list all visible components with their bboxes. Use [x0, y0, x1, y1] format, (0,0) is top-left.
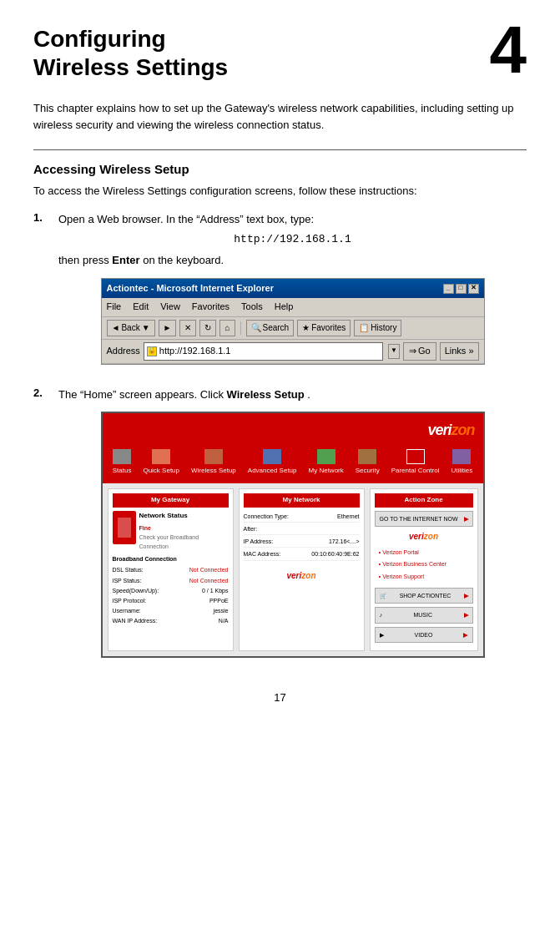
home-button[interactable]: ⌂ — [219, 320, 235, 336]
close-button[interactable]: ✕ — [468, 284, 479, 294]
video-button[interactable]: ▶ VIDEO ▶ — [375, 627, 473, 643]
isp-status-row: ISP Status: Not Connected — [113, 576, 229, 585]
stop-button[interactable]: ✕ — [179, 320, 196, 336]
shop-arrow-icon: ▶ — [464, 591, 468, 600]
step-1-url: http://192.168.1.1 — [58, 231, 527, 249]
mac-address-row: MAC Address: 00:10:60:40:9E:62 — [244, 548, 360, 560]
network-panel-inner: Connection Type: Ethernet After: IP Addr… — [244, 511, 360, 561]
username-value: jessie — [214, 606, 229, 615]
menu-help[interactable]: Help — [275, 300, 294, 315]
chapter-number: 4 — [490, 17, 527, 83]
shop-icon: 🛒 — [380, 591, 387, 600]
links-label: Links » — [445, 346, 474, 356]
chapter-title: Configuring Wireless Settings — [33, 25, 228, 81]
menu-favorites[interactable]: Favorites — [192, 300, 230, 315]
step-2-bold: Wireless Setup — [227, 388, 305, 401]
nav-quick-setup-icon — [152, 449, 170, 464]
music-button-label: MUSIC — [413, 610, 432, 619]
step-1-content: Open a Web browser. In the “Address” tex… — [58, 211, 527, 373]
internet-button[interactable]: GO TO THE INTERNET NOW ▶ — [375, 511, 473, 527]
browser-toolbar: ◄ Back ▼ ► ✕ ↻ ⌂ 🔍 S — [102, 317, 484, 340]
speed-label: Speed(Down/Up): — [113, 586, 159, 595]
chapter-intro: This chapter explains how to set up the … — [33, 100, 527, 133]
my-gateway-panel: My Gateway Network Status Fine Check you… — [108, 488, 234, 651]
ip-address-label: IP Address: — [244, 537, 274, 546]
nav-my-network[interactable]: My Network — [305, 447, 348, 478]
isp-protocol-value: PPPoE — [209, 596, 229, 605]
refresh-icon: ↻ — [204, 321, 211, 335]
nav-status[interactable]: Status — [108, 447, 136, 478]
menu-view[interactable]: View — [160, 300, 180, 315]
step-2-text-before: The “Home” screen appears. Click — [58, 388, 224, 401]
music-arrow-icon: ▶ — [464, 610, 468, 619]
nav-utilities[interactable]: Utilities — [446, 447, 477, 478]
search-label: Search — [263, 321, 290, 335]
nav-utilities-icon — [452, 449, 471, 464]
forward-button[interactable]: ► — [159, 320, 177, 336]
search-button[interactable]: 🔍 Search — [246, 320, 295, 336]
menu-tools[interactable]: Tools — [241, 300, 263, 315]
shop-button[interactable]: 🛒 SHOP ACTIONTEC ▶ — [375, 588, 473, 604]
page-number: 17 — [33, 691, 527, 704]
menu-edit[interactable]: Edit — [133, 300, 149, 315]
music-button[interactable]: ♪ MUSIC ▶ — [375, 607, 473, 623]
toolbar-separator-1 — [240, 321, 241, 335]
nav-advanced-setup[interactable]: Advanced Setup — [244, 447, 301, 478]
step-2-content: The “Home” screen appears. Click Wireles… — [58, 387, 527, 666]
gateway-topbar: verizon — [103, 413, 483, 447]
step-1-text-after: then press — [58, 254, 109, 266]
vz-business-link[interactable]: • Verizon Business Center — [379, 558, 473, 570]
back-dropdown-icon: ▼ — [142, 321, 150, 335]
speed-row: Speed(Down/Up): 0 / 1 Kbps — [113, 586, 229, 595]
nav-quick-setup[interactable]: Quick Setup — [139, 447, 184, 478]
broadband-section-title: Broadband Connection — [113, 554, 229, 563]
step-2-text-after: . — [307, 388, 310, 401]
connection-type-value: Ethernet — [337, 512, 359, 521]
back-button[interactable]: ◄ Back ▼ — [107, 320, 155, 336]
vz-portal-link[interactable]: • Verizon Portal — [379, 547, 473, 558]
internet-arrow-icon: ▶ — [464, 514, 468, 523]
gateway-screenshot: verizon Status Quick Setup Wireless Setu… — [101, 412, 485, 657]
go-button[interactable]: ⇒ Go — [403, 342, 436, 361]
vz-support-label: Verizon Support — [382, 572, 424, 583]
gateway-device-icon — [113, 511, 136, 544]
browser-title: Actiontec - Microsoft Internet Explorer — [107, 281, 274, 296]
address-dropdown[interactable]: ▼ — [388, 344, 400, 359]
minimize-button[interactable]: _ — [443, 284, 454, 294]
menu-file[interactable]: File — [107, 300, 122, 315]
nav-parental-control[interactable]: Parental Control — [387, 447, 444, 478]
search-icon: 🔍 — [251, 321, 261, 335]
browser-titlebar-buttons: _ □ ✕ — [443, 284, 479, 294]
maximize-button[interactable]: □ — [456, 284, 467, 294]
address-input-wrap: 🔒 http://192.168.1.1 — [144, 342, 383, 361]
isp-status-label: ISP Status: — [113, 576, 142, 585]
mac-address-value: 00:10:60:40:9E:62 — [311, 549, 359, 558]
vz-support-link[interactable]: • Verizon Support — [379, 571, 473, 583]
nav-wireless-setup-icon — [204, 449, 223, 464]
history-button[interactable]: 📋 History — [354, 320, 401, 336]
section-intro: To access the Wireless Settings configur… — [33, 183, 527, 200]
video-arrow-icon: ▶ — [463, 630, 467, 639]
stop-icon: ✕ — [184, 321, 191, 335]
nav-wireless-setup[interactable]: Wireless Setup — [187, 447, 240, 478]
favorites-button[interactable]: ★ Favorites — [297, 320, 351, 336]
go-label: Go — [418, 344, 431, 359]
step-2-number: 2. — [33, 387, 58, 666]
shop-button-label: SHOP ACTIONTEC — [400, 591, 452, 600]
wan-ip-value: N/A — [219, 616, 229, 625]
browser-addressbar: Address 🔒 http://192.168.1.1 ▼ ⇒ Go Link… — [102, 340, 484, 364]
refresh-button[interactable]: ↻ — [199, 320, 216, 336]
step-2: 2. The “Home” screen appears. Click Wire… — [33, 387, 527, 666]
browser-menubar: File Edit View Favorites Tools Help — [102, 298, 484, 317]
video-button-label: VIDEO — [415, 630, 433, 639]
links-button[interactable]: Links » — [440, 342, 479, 361]
address-value[interactable]: http://192.168.1.1 — [159, 344, 380, 359]
nav-security[interactable]: Security — [351, 447, 384, 478]
connection-type-label: Connection Type: — [244, 512, 289, 521]
chapter-header: Configuring Wireless Settings 4 — [33, 25, 527, 83]
vz-logo-panel: verizon — [244, 566, 360, 586]
dsl-status-row: DSL Status: Not Connected — [113, 565, 229, 574]
nav-status-icon — [113, 449, 131, 464]
connection-type-row: Connection Type: Ethernet — [244, 511, 360, 523]
username-label: Username: — [113, 606, 141, 615]
